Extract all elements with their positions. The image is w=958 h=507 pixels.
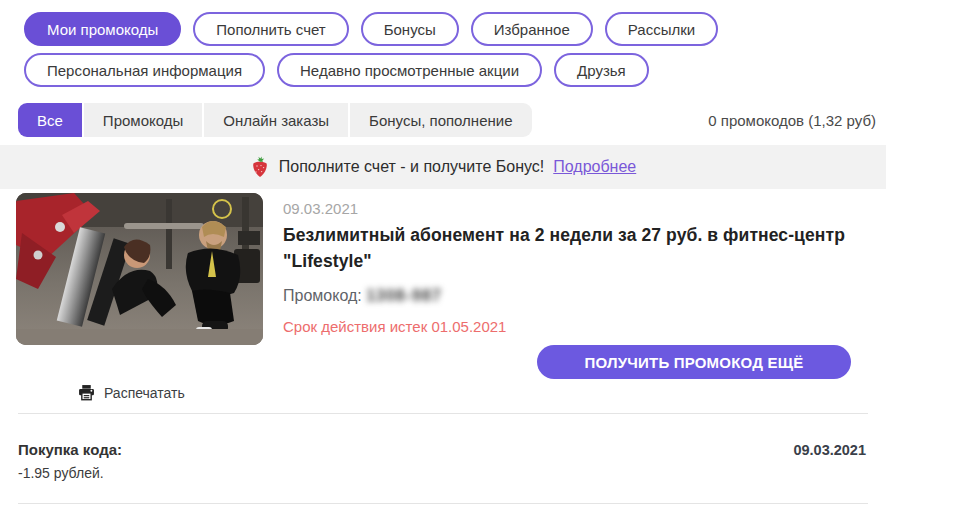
banner-text: Пополните счет - и получите Бонус! xyxy=(279,158,544,176)
transaction-date: 09.03.2021 xyxy=(793,442,866,458)
tab-all[interactable]: Все xyxy=(18,103,82,137)
filter-tabs: Все Промокоды Онлайн заказы Бонусы, попо… xyxy=(18,103,532,137)
promocode-label: Промокод: xyxy=(283,287,362,304)
account-page: Мои промокоды Пополнить счет Бонусы Избр… xyxy=(0,0,958,507)
nav-pill-newsletters[interactable]: Рассылки xyxy=(605,12,718,46)
nav-pill-personal-info[interactable]: Персональная информация xyxy=(24,53,265,87)
tab-promocodes[interactable]: Промокоды xyxy=(84,103,202,137)
promo-date: 09.03.2021 xyxy=(283,200,358,217)
promo-title: Безлимитный абонемент на 2 недели за 27 … xyxy=(283,222,868,275)
expired-status: Срок действия истек 01.05.2021 xyxy=(283,318,506,335)
promocode-value-blurred: 1308-987 xyxy=(366,287,442,304)
filter-row: Все Промокоды Онлайн заказы Бонусы, попо… xyxy=(18,103,876,137)
transaction-title: Покупка кода: xyxy=(18,441,122,458)
print-label: Распечатать xyxy=(104,385,185,401)
nav-row-1: Мои промокоды Пополнить счет Бонусы Избр… xyxy=(24,12,718,46)
account-nav: Мои промокоды Пополнить счет Бонусы Избр… xyxy=(24,12,718,94)
banner-details-link[interactable]: Подробнее xyxy=(553,158,636,176)
promocode-line: Промокод: 1308-987 xyxy=(283,287,442,305)
strawberry-icon xyxy=(250,156,270,178)
nav-pill-bonuses[interactable]: Бонусы xyxy=(361,12,459,46)
nav-pill-my-promocodes[interactable]: Мои промокоды xyxy=(24,12,181,46)
tab-online-orders[interactable]: Онлайн заказы xyxy=(204,103,348,137)
nav-row-2: Персональная информация Недавно просмотр… xyxy=(24,53,718,87)
nav-pill-friends[interactable]: Друзья xyxy=(554,53,649,87)
get-promocode-button[interactable]: ПОЛУЧИТЬ ПРОМОКОД ЕЩЁ xyxy=(537,345,851,379)
print-button[interactable]: Распечатать xyxy=(78,384,185,401)
promo-image[interactable] xyxy=(16,193,263,345)
nav-pill-favorites[interactable]: Избранное xyxy=(471,12,593,46)
promocode-counter: 0 промокодов (1,32 руб) xyxy=(708,112,876,129)
nav-pill-top-up[interactable]: Пополнить счет xyxy=(193,12,348,46)
tab-bonuses-topup[interactable]: Бонусы, пополнение xyxy=(350,103,531,137)
divider xyxy=(18,413,868,414)
bonus-banner: Пополните счет - и получите Бонус! Подро… xyxy=(0,145,886,189)
nav-pill-recent-deals[interactable]: Недавно просмотренные акции xyxy=(277,53,542,87)
transaction-amount: -1.95 рублей. xyxy=(18,465,104,481)
printer-icon xyxy=(78,384,95,401)
divider xyxy=(18,503,868,504)
